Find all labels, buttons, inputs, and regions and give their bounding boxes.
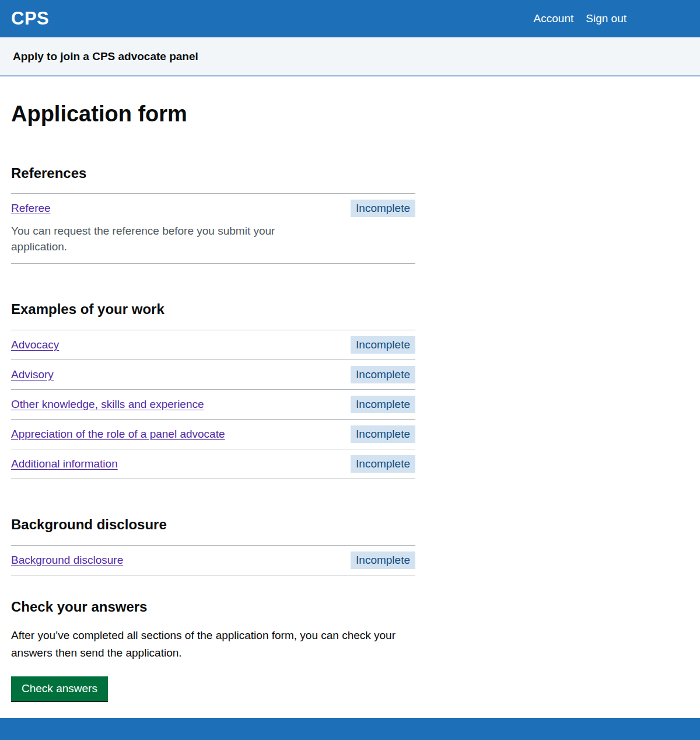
main-content: Application form References Referee Inco… <box>11 101 415 701</box>
additional-information-status-tag: Incomplete <box>351 455 415 473</box>
task-row: Advisory Incomplete <box>11 360 415 390</box>
section-check-your-answers: Check your answers After you’ve complete… <box>11 599 415 701</box>
service-title: Apply to join a CPS advocate panel <box>13 50 198 63</box>
header-bar: CPS Account Sign out <box>0 0 700 37</box>
nav-sign-out-link[interactable]: Sign out <box>586 12 626 25</box>
appreciation-status-tag: Incomplete <box>351 425 415 443</box>
references-heading: References <box>11 165 415 182</box>
section-background-disclosure: Background disclosure Background disclos… <box>11 516 415 575</box>
nav-account-link[interactable]: Account <box>534 12 574 25</box>
section-references: References Referee Incomplete You can re… <box>11 165 415 264</box>
header-nav: Account Sign out <box>522 12 626 25</box>
references-task-list: Referee Incomplete You can request the r… <box>11 193 415 264</box>
task-row: Other knowledge, skills and experience I… <box>11 390 415 420</box>
task-link-advocacy[interactable]: Advocacy <box>11 338 59 352</box>
task-link-background-disclosure[interactable]: Background disclosure <box>11 553 123 568</box>
task-row: Appreciation of the role of a panel advo… <box>11 420 415 449</box>
task-link-other-knowledge[interactable]: Other knowledge, skills and experience <box>11 397 204 412</box>
advisory-status-tag: Incomplete <box>351 366 415 383</box>
cps-logo[interactable]: CPS <box>11 8 49 29</box>
background-disclosure-heading: Background disclosure <box>11 516 415 533</box>
task-row: Advocacy Incomplete <box>11 330 415 360</box>
task-link-appreciation[interactable]: Appreciation of the role of a panel advo… <box>11 427 225 442</box>
task-link-advisory[interactable]: Advisory <box>11 368 54 382</box>
task-row: Background disclosure Incomplete <box>11 546 415 575</box>
section-examples: Examples of your work Advocacy Incomplet… <box>11 301 415 479</box>
check-your-answers-body: After you’ve completed all sections of t… <box>11 627 415 662</box>
referee-hint: You can request the reference before you… <box>11 223 303 254</box>
other-knowledge-status-tag: Incomplete <box>351 396 415 413</box>
check-your-answers-heading: Check your answers <box>11 599 415 616</box>
background-disclosure-status-tag: Incomplete <box>351 551 415 569</box>
page: CPS Account Sign out Apply to join a CPS… <box>0 0 700 740</box>
page-title: Application form <box>11 101 415 128</box>
task-row: Referee Incomplete You can request the r… <box>11 194 415 264</box>
service-bar: Apply to join a CPS advocate panel <box>0 37 700 76</box>
task-link-referee[interactable]: Referee <box>11 201 51 216</box>
task-link-additional-information[interactable]: Additional information <box>11 457 118 472</box>
examples-task-list: Advocacy Incomplete Advisory Incomplete … <box>11 330 415 479</box>
referee-status-tag: Incomplete <box>351 200 415 217</box>
examples-heading: Examples of your work <box>11 301 415 318</box>
background-task-list: Background disclosure Incomplete <box>11 545 415 575</box>
task-row: Additional information Incomplete <box>11 449 415 479</box>
footer-bar <box>0 718 700 740</box>
advocacy-status-tag: Incomplete <box>351 336 415 354</box>
check-answers-button[interactable]: Check answers <box>11 676 108 701</box>
